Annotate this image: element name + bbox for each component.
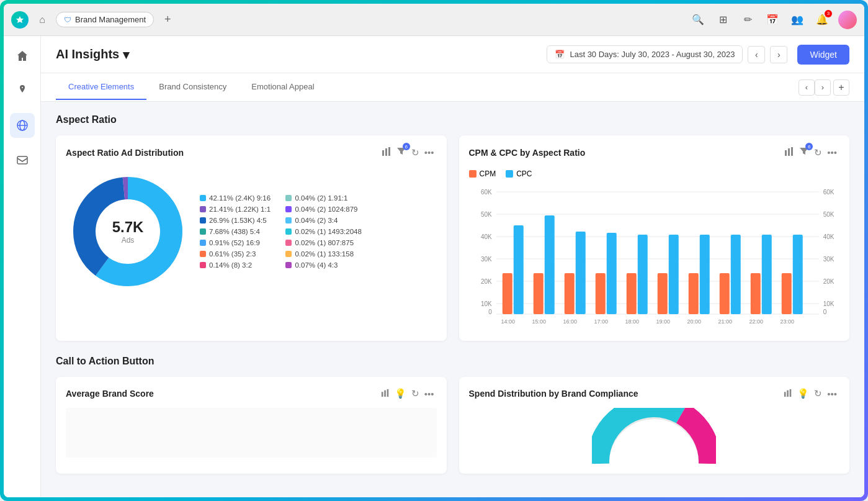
search-button[interactable]: 🔍 <box>689 11 707 29</box>
legend-item: 26.9% (1.53K) 4:5 <box>200 217 275 224</box>
donut-chart: 5.7K Ads <box>66 169 190 294</box>
svg-rect-43 <box>564 273 574 314</box>
notifications-button[interactable]: 🔔 3 <box>813 11 831 29</box>
svg-rect-15 <box>785 150 787 156</box>
bar-more-button[interactable]: ••• <box>825 146 839 159</box>
users-button[interactable]: 👥 <box>789 11 806 29</box>
legend-label: 0.91% (52) 16:9 <box>209 239 260 246</box>
tabs-prev-button[interactable]: ‹ <box>799 79 815 96</box>
svg-rect-17 <box>791 147 793 156</box>
tabs-next-button[interactable]: › <box>815 79 831 96</box>
legend-label: 0.02% (1) 133:158 <box>295 250 354 258</box>
cpm-label: CPM <box>480 169 496 178</box>
browser-bar: ⌂ 🛡 Brand Management + 🔍 ⊞ ✏ 📅 👥 🔔 3 <box>4 4 864 36</box>
svg-text:50K: 50K <box>480 211 491 218</box>
spend-distribution-card: Spend Distribution by Brand Compliance 💡… <box>459 377 850 474</box>
legend-color <box>285 195 292 201</box>
bar-refresh-button[interactable]: ↻ <box>812 146 825 160</box>
donut-refresh-button[interactable]: ↻ <box>409 146 422 160</box>
abs-more-button[interactable]: ••• <box>422 387 437 400</box>
svg-text:19:00: 19:00 <box>656 318 670 325</box>
svg-text:16:00: 16:00 <box>563 318 577 325</box>
bar-card-title: CPM & CPC by Aspect Ratio <box>469 148 586 158</box>
bar-legend: CPM CPC <box>469 169 840 178</box>
legend-label: 0.02% (1) 1493:2048 <box>295 228 361 235</box>
donut-chart-area: 5.7K Ads 42.11% (2.4K) 9:16 <box>66 169 437 294</box>
legend-color <box>200 251 206 257</box>
svg-text:23:00: 23:00 <box>780 318 794 325</box>
donut-filter-wrap: 6 <box>394 145 409 160</box>
abs-chart-icon[interactable] <box>378 387 392 400</box>
legend-label: 7.68% (438) 5:4 <box>209 228 260 235</box>
svg-rect-69 <box>382 392 383 397</box>
tab-emotional-appeal[interactable]: Emotional Appeal <box>239 74 326 100</box>
svg-text:21:00: 21:00 <box>718 318 732 325</box>
app-logo <box>11 11 29 29</box>
legend-color <box>200 240 206 246</box>
bar-legend-cpc: CPC <box>506 169 532 178</box>
svg-text:14:00: 14:00 <box>501 318 515 325</box>
tabs-add-button[interactable]: + <box>833 79 849 96</box>
home-nav-button[interactable]: ⌂ <box>34 11 51 29</box>
svg-text:40K: 40K <box>480 233 491 240</box>
calendar-button[interactable]: 📅 <box>764 11 781 29</box>
edit-button[interactable]: ✏ <box>739 11 756 29</box>
tab-creative-elements[interactable]: Creative Elements <box>56 74 146 100</box>
tab-label: Brand Management <box>75 15 146 24</box>
legend-item: 0.91% (52) 16:9 <box>200 239 275 246</box>
user-avatar[interactable] <box>838 11 857 29</box>
sd-more-button[interactable]: ••• <box>825 387 839 400</box>
add-tab-button[interactable]: + <box>159 11 176 29</box>
donut-card-header: Aspect Ratio Ad Distribution 6 <box>66 145 437 160</box>
svg-text:30K: 30K <box>823 256 834 263</box>
abs-refresh-button[interactable]: ↻ <box>409 387 422 400</box>
date-range-text: Last 30 Days: July 30, 2023 - August 30,… <box>570 50 735 59</box>
svg-rect-3 <box>17 156 27 164</box>
abs-bulb-icon[interactable]: 💡 <box>392 387 409 400</box>
legend-label: 0.04% (2) 1024:879 <box>295 205 357 213</box>
avg-brand-score-header: Average Brand Score 💡 ↻ ••• <box>66 387 437 400</box>
bottom-charts-row: Average Brand Score 💡 ↻ ••• <box>56 377 849 474</box>
sidebar-item-globe[interactable] <box>10 113 35 138</box>
legend-item: 21.41% (1.22K) 1:1 <box>200 205 275 213</box>
svg-text:10K: 10K <box>480 300 491 307</box>
content-area: AI Insights ▾ 📅 Last 30 Days: July 30, 2… <box>41 36 864 497</box>
sd-chart-icon[interactable] <box>781 387 795 400</box>
tab-brand-consistency[interactable]: Brand Consistency <box>146 74 239 100</box>
browser-actions: 🔍 ⊞ ✏ 📅 👥 🔔 3 <box>689 11 857 29</box>
date-range-button[interactable]: 📅 Last 30 Days: July 30, 2023 - August 3… <box>547 45 743 63</box>
cpm-color <box>469 170 477 178</box>
date-prev-button[interactable]: ‹ <box>748 46 765 63</box>
legend-item: 0.14% (8) 3:2 <box>200 261 275 269</box>
browser-tab[interactable]: 🛡 Brand Management <box>56 12 154 27</box>
content-header: AI Insights ▾ 📅 Last 30 Days: July 30, 2… <box>41 36 864 73</box>
page-title[interactable]: AI Insights ▾ <box>56 47 129 62</box>
calendar-icon: 📅 <box>555 50 565 59</box>
donut-more-button[interactable]: ••• <box>422 146 437 159</box>
svg-text:10K: 10K <box>823 300 834 307</box>
legend-item: 0.04% (2) 3:4 <box>285 217 361 224</box>
svg-rect-48 <box>637 235 647 314</box>
sd-refresh-button[interactable]: ↻ <box>812 387 825 400</box>
cpc-color <box>506 170 513 178</box>
svg-rect-57 <box>781 273 791 314</box>
donut-card-title: Aspect Ratio Ad Distribution <box>66 148 184 158</box>
widget-button[interactable]: Widget <box>797 45 849 65</box>
sd-bulb-icon[interactable]: 💡 <box>795 387 812 400</box>
sidebar-item-home[interactable] <box>10 43 35 68</box>
legend-label: 0.14% (8) 3:2 <box>209 261 252 269</box>
donut-bar-chart-icon[interactable] <box>379 145 394 160</box>
svg-rect-70 <box>384 390 386 397</box>
legend-color <box>200 206 206 212</box>
dropdown-arrow: ▾ <box>123 47 129 62</box>
sidebar <box>4 36 41 497</box>
date-next-button[interactable]: › <box>770 46 787 63</box>
svg-text:50K: 50K <box>823 211 834 218</box>
tabs-bar: Creative Elements Brand Consistency Emot… <box>41 73 864 102</box>
title-text: AI Insights <box>56 47 119 61</box>
sidebar-item-pin[interactable] <box>10 78 35 103</box>
sidebar-item-inbox[interactable] <box>10 148 35 173</box>
svg-rect-50 <box>668 235 678 314</box>
grid-button[interactable]: ⊞ <box>714 11 732 29</box>
bar-chart-icon[interactable] <box>782 145 797 160</box>
